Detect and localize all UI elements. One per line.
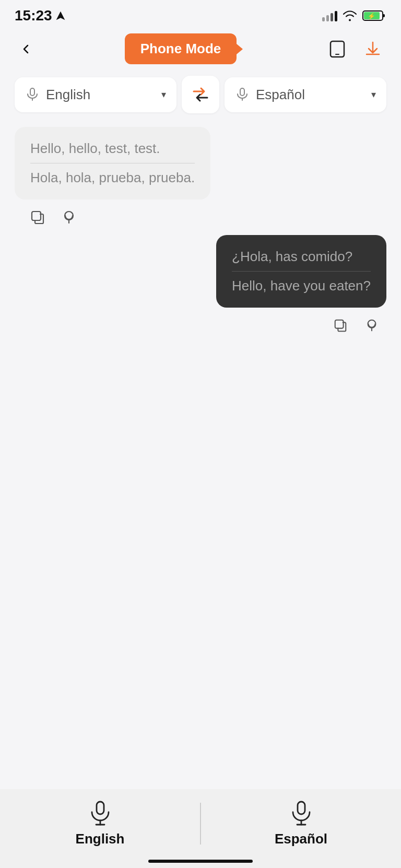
msg1-copy-button[interactable] (27, 207, 48, 228)
msg2-bubble: ¿Hola, has comido? Hello, have you eaten… (216, 235, 386, 308)
swap-icon (190, 84, 211, 105)
svg-marker-0 (56, 11, 65, 20)
msg2-actions (328, 312, 384, 339)
msg2-audio-button[interactable] (361, 315, 382, 336)
mic-label-english: English (76, 831, 125, 847)
status-bar: 15:23 ⚡ (0, 0, 401, 28)
bottom-bar: English Español (0, 789, 401, 868)
msg2-translated: Hello, have you eaten? (232, 278, 371, 294)
message-bubble-right-2: ¿Hola, has comido? Hello, have you eaten… (216, 235, 386, 308)
back-button[interactable] (15, 38, 38, 61)
phone-mode-button[interactable]: Phone Mode (125, 33, 237, 64)
svg-rect-6 (335, 54, 339, 55)
clock: 15:23 (15, 7, 52, 24)
lang-english-chevron: ▾ (161, 89, 166, 100)
msg1-divider (30, 163, 195, 163)
home-indicator (148, 860, 253, 863)
swap-button[interactable] (182, 76, 219, 113)
msg2-divider (232, 271, 371, 272)
lang-selector-espanol[interactable]: Español ▾ (225, 77, 386, 112)
mic-icon-espanol (288, 800, 315, 827)
msg1-audio-button[interactable] (58, 207, 79, 228)
svg-rect-13 (335, 320, 344, 329)
svg-text:⚡: ⚡ (368, 12, 375, 20)
mic-icon-english (87, 800, 114, 827)
wifi-icon (343, 10, 357, 21)
lang-english-label: English (46, 87, 155, 103)
svg-rect-15 (97, 802, 104, 814)
nav-bar: Phone Mode (0, 28, 401, 72)
lang-espanol-chevron: ▾ (371, 89, 376, 100)
signal-icon (322, 10, 337, 21)
status-time: 15:23 (15, 7, 66, 24)
svg-rect-2 (383, 14, 385, 17)
msg1-translated: Hola, hola, prueba, prueba. (30, 170, 195, 186)
msg1-actions (25, 204, 81, 231)
msg2-copy-button[interactable] (330, 315, 351, 336)
tablet-icon-button[interactable] (324, 36, 351, 63)
msg1-original: Hello, hello, test, test. (30, 140, 195, 157)
mic-section-english[interactable]: English (0, 800, 200, 847)
msg2-original: ¿Hola, has comido? (232, 249, 371, 265)
status-icons: ⚡ (322, 9, 386, 22)
mic-label-espanol: Español (275, 831, 327, 847)
download-icon-button[interactable] (359, 36, 386, 63)
svg-rect-7 (30, 88, 34, 96)
battery-icon: ⚡ (362, 9, 386, 22)
lang-espanol-label: Español (256, 87, 365, 103)
mic-section-espanol[interactable]: Español (201, 800, 401, 847)
lang-selector-english[interactable]: English ▾ (15, 77, 176, 112)
svg-rect-9 (240, 88, 244, 96)
svg-rect-18 (298, 802, 305, 814)
mic-small-icon-right (235, 87, 250, 102)
message-bubble-left-1: Hello, hello, test, test. Hola, hola, pr… (15, 127, 210, 200)
mic-small-icon-left (25, 87, 40, 102)
nav-icons (324, 36, 386, 63)
svg-rect-11 (32, 212, 41, 220)
navigation-icon (55, 10, 66, 21)
conversation-area: Hello, hello, test, test. Hola, hola, pr… (0, 122, 401, 344)
phone-mode-label: Phone Mode (140, 41, 221, 57)
lang-row: English ▾ Español ▾ (0, 72, 401, 122)
